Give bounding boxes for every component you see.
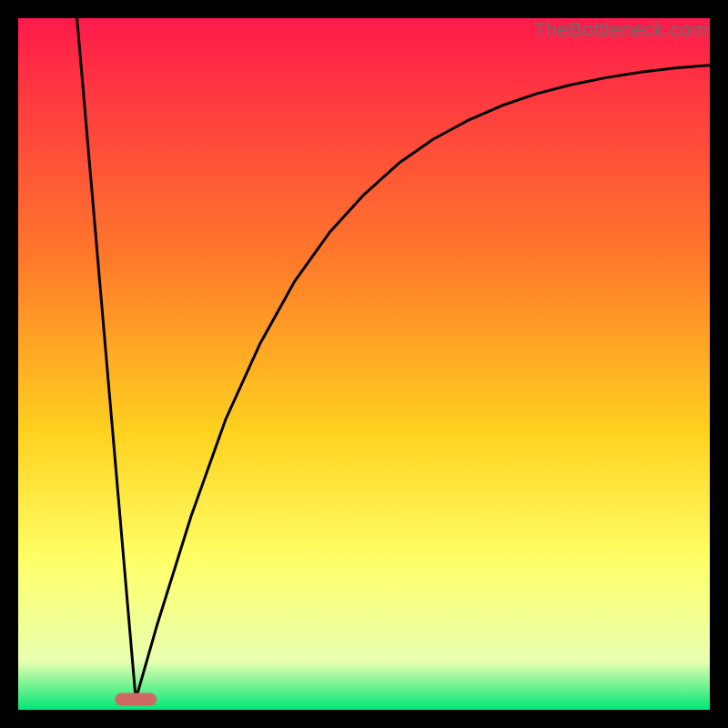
chart-plot xyxy=(18,18,710,710)
watermark-text: TheBottleneck.com xyxy=(533,18,708,42)
chart-marker xyxy=(115,693,157,706)
chart-svg xyxy=(18,18,710,710)
chart-frame: TheBottleneck.com xyxy=(18,18,710,710)
valley-marker xyxy=(115,693,157,706)
chart-background xyxy=(18,18,710,710)
